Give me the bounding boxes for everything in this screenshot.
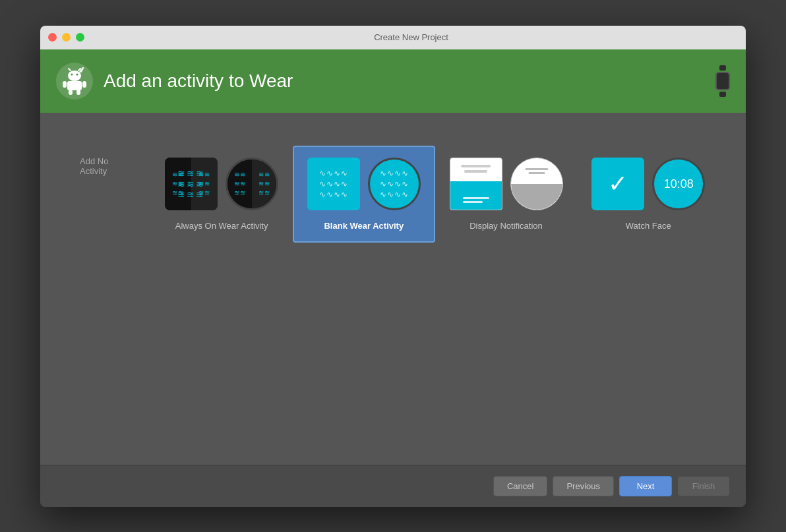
- main-window: Create New Project: [40, 26, 746, 507]
- header-left: Add an activity to Wear: [56, 63, 293, 100]
- next-button[interactable]: Next: [619, 476, 672, 496]
- footer: Cancel Previous Next Finish: [40, 465, 746, 507]
- header-title: Add an activity to Wear: [104, 71, 293, 92]
- android-logo: [56, 63, 93, 100]
- activity-grid: Add No Activity ≋≋ ≋≋ ≋≋ ≋: [60, 126, 726, 452]
- svg-point-2: [71, 73, 73, 75]
- blank-wear-circle-preview: ∿∿∿∿ ∿∿∿∿ ∿∿∿∿: [368, 158, 421, 210]
- traffic-lights: [48, 33, 84, 42]
- display-notification-preview: [450, 158, 563, 210]
- watch-face-preview: ✓ 10:08: [591, 158, 705, 210]
- wear-device-icon: [715, 65, 730, 97]
- svg-point-1: [68, 71, 81, 81]
- close-button[interactable]: [48, 33, 57, 42]
- previous-button[interactable]: Previous: [553, 476, 614, 496]
- svg-point-3: [76, 73, 78, 75]
- svg-rect-8: [82, 81, 86, 88]
- blank-wear-preview: ∿∿∿∿ ∿∿∿∿ ∿∿∿∿ ∿∿∿∿ ∿∿∿∿ ∿∿∿∿: [307, 158, 421, 210]
- watchface-square-preview: ✓: [591, 158, 644, 210]
- content-area: Add No Activity ≋≋ ≋≋ ≋≋ ≋: [40, 113, 746, 465]
- always-on-label: Always On Wear Activity: [175, 221, 268, 231]
- maximize-button[interactable]: [76, 33, 84, 42]
- display-notif-square: [450, 158, 502, 210]
- always-on-preview: ≋≋ ≋≋ ≋≋ ≋≋ ≋≋ ≋≋: [165, 158, 278, 210]
- finish-button[interactable]: Finish: [677, 476, 730, 496]
- window-title: Create New Project: [84, 32, 738, 42]
- blank-wear-square-preview: ∿∿∿∿ ∿∿∿∿ ∿∿∿∿: [307, 158, 360, 210]
- svg-rect-6: [67, 81, 82, 90]
- activity-item-watch-face[interactable]: ✓ 10:08 Watch Face: [577, 146, 719, 243]
- svg-rect-7: [63, 81, 67, 88]
- minimize-button[interactable]: [62, 33, 71, 42]
- svg-rect-9: [69, 90, 73, 95]
- cancel-button[interactable]: Cancel: [493, 476, 547, 496]
- header: Add an activity to Wear: [40, 49, 746, 113]
- blank-wear-label: Blank Wear Activity: [324, 221, 404, 231]
- activity-item-no-activity[interactable]: Add No Activity: [67, 146, 150, 187]
- watchface-circle-preview: 10:08: [652, 158, 705, 210]
- watch-face-label: Watch Face: [626, 221, 671, 231]
- activity-item-display-notification[interactable]: Display Notification: [435, 146, 578, 243]
- svg-rect-10: [76, 90, 80, 95]
- activity-item-always-on[interactable]: ≋≋ ≋≋ ≋≋ ≋≋ ≋≋ ≋≋: [150, 146, 293, 243]
- always-on-circle-preview: ≋≋ ≋≋ ≋≋ ≋≋ ≋≋ ≋≋: [226, 158, 278, 210]
- always-on-square-preview: ≋≋ ≋≋ ≋≋ ≋≋ ≋≋ ≋≋: [165, 158, 218, 210]
- activity-item-blank-wear[interactable]: ∿∿∿∿ ∿∿∿∿ ∿∿∿∿ ∿∿∿∿ ∿∿∿∿ ∿∿∿∿: [293, 146, 435, 243]
- display-notif-circle: [510, 158, 563, 210]
- no-activity-label: Add No Activity: [80, 156, 137, 176]
- display-notification-label: Display Notification: [469, 221, 543, 231]
- checkmark-icon: ✓: [608, 170, 628, 198]
- watch-time: 10:08: [664, 177, 694, 191]
- titlebar: Create New Project: [40, 26, 746, 49]
